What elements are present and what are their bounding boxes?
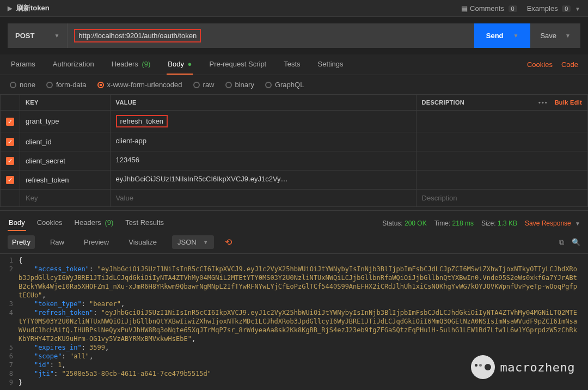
row-checkbox[interactable]: ✓ <box>6 176 14 184</box>
table-row: ✓ refresh_token eyJhbGciOiJSUzI1NiIsInR5… <box>1 170 588 190</box>
col-value: VALUE <box>110 95 416 111</box>
table-row: ✓ grant_type refresh_token <box>1 111 588 132</box>
cell-value[interactable]: refresh_token <box>110 111 416 132</box>
desc-header-label: DESCRIPTION <box>422 99 532 106</box>
request-header: ▶ 刷新token ▤ Comments 0 Examples 0 ▼ <box>0 0 588 17</box>
examples-dropdown[interactable]: Examples 0 ▼ <box>527 4 580 13</box>
cell-key[interactable]: refresh_token <box>20 170 111 190</box>
body-type-radios: none form-data x-www-form-urlencoded raw… <box>0 75 588 94</box>
resp-tab-cookies[interactable]: Cookies <box>36 215 64 231</box>
comments-label: Comments <box>470 4 504 13</box>
row-checkbox[interactable]: ✓ <box>6 138 14 146</box>
modified-dot-icon: ● <box>188 60 192 68</box>
tab-body-label: Body <box>168 60 184 68</box>
chevron-down-icon: ▼ <box>203 239 209 245</box>
cell-desc[interactable] <box>416 132 587 151</box>
tab-prerequest[interactable]: Pre-request Script <box>208 54 267 75</box>
cookies-link[interactable]: Cookies <box>527 60 553 69</box>
chevron-down-icon: ▼ <box>575 6 580 12</box>
col-key: KEY <box>20 95 111 111</box>
radio-graphql[interactable]: GraphQL <box>265 81 304 89</box>
format-select[interactable]: JSON ▼ <box>172 235 214 249</box>
size-value: 1.3 KB <box>498 220 517 227</box>
radio-icon <box>193 82 200 88</box>
desc-placeholder[interactable]: Description <box>416 190 587 207</box>
row-checkbox[interactable]: ✓ <box>6 118 14 126</box>
tab-tests[interactable]: Tests <box>283 54 301 75</box>
radio-binary[interactable]: binary <box>225 81 254 89</box>
status-value: 200 OK <box>405 220 427 227</box>
chevron-down-icon: ▼ <box>54 33 59 39</box>
bulk-edit-link[interactable]: Bulk Edit <box>555 99 582 106</box>
url-input[interactable]: http://localhost:9201/auth/oauth/token <box>68 23 474 48</box>
copy-icon[interactable]: ⧉ <box>559 238 564 247</box>
radio-urlencoded[interactable]: x-www-form-urlencoded <box>97 81 182 89</box>
method-select[interactable]: POST ▼ <box>8 23 68 48</box>
key-placeholder[interactable]: Key <box>20 190 111 207</box>
watermark-text: macrozheng <box>500 361 575 374</box>
cell-value[interactable]: eyJhbGciOiJSUzI1NiIsInR5cCI6IkpXVCJ9.eyJ… <box>110 170 416 190</box>
status-label: Status: <box>382 220 402 227</box>
method-label: POST <box>15 32 34 40</box>
viewer-toolbar: Pretty Raw Preview Visualize JSON ▼ ⟲ ⧉ … <box>0 231 588 254</box>
wechat-icon <box>471 355 495 379</box>
search-icon[interactable]: 🔍 <box>572 238 580 246</box>
examples-count: 0 <box>562 5 571 12</box>
save-button[interactable]: Save ▼ <box>530 23 580 48</box>
tab-authorization[interactable]: Authorization <box>52 54 95 75</box>
resp-tab-tests[interactable]: Test Results <box>124 215 165 231</box>
chevron-down-icon: ▼ <box>513 33 519 39</box>
radio-none[interactable]: none <box>10 81 35 89</box>
save-response-dropdown[interactable]: Save Response ▼ <box>525 220 580 227</box>
col-desc: DESCRIPTION ••• Bulk Edit <box>416 95 587 111</box>
comments-button[interactable]: ▤ Comments 0 <box>461 4 517 13</box>
value-placeholder[interactable]: Value <box>110 190 416 207</box>
table-empty-row[interactable]: Key Value Description <box>1 190 588 207</box>
tab-settings[interactable]: Settings <box>317 54 345 75</box>
tab-headers[interactable]: Headers (9) <box>111 54 152 75</box>
row-checkbox[interactable]: ✓ <box>6 157 14 165</box>
tab-headers-label: Headers <box>112 60 138 68</box>
cell-value[interactable]: 123456 <box>110 151 416 170</box>
cell-desc[interactable] <box>416 151 587 170</box>
radio-icon <box>225 82 232 88</box>
send-label: Send <box>486 32 504 40</box>
cell-desc[interactable] <box>416 170 587 190</box>
tab-params[interactable]: Params <box>10 54 36 75</box>
code-link[interactable]: Code <box>561 60 578 69</box>
cell-key[interactable]: client_id <box>20 132 111 151</box>
wrap-lines-icon[interactable]: ⟲ <box>225 237 232 247</box>
value-highlighted: refresh_token <box>116 115 168 127</box>
examples-label: Examples <box>527 4 558 13</box>
radio-icon <box>10 82 16 88</box>
request-title-group: ▶ 刷新token <box>8 3 50 13</box>
more-icon[interactable]: ••• <box>538 99 548 106</box>
cell-value[interactable]: client-app <box>110 132 416 151</box>
radio-icon <box>46 82 53 88</box>
cell-key[interactable]: grant_type <box>20 111 111 132</box>
response-body: 123456789 { "access_token": "eyJhbGciOiJ… <box>0 254 588 389</box>
table-row: ✓ client_secret 123456 <box>1 151 588 170</box>
time-value: 218 ms <box>452 220 474 227</box>
cell-desc[interactable] <box>416 111 587 132</box>
viewer-raw[interactable]: Raw <box>46 235 69 249</box>
resp-tab-body[interactable]: Body <box>8 215 26 231</box>
resp-tab-headers[interactable]: Headers (9) <box>74 215 115 231</box>
request-tabs: Params Authorization Headers (9) Body ● … <box>0 54 588 75</box>
size-label: Size: <box>481 220 496 227</box>
form-table: KEY VALUE DESCRIPTION ••• Bulk Edit ✓ gr… <box>0 94 588 207</box>
collapse-icon[interactable]: ▶ <box>8 5 12 12</box>
save-label: Save <box>540 32 556 40</box>
send-button[interactable]: Send ▼ <box>474 23 531 48</box>
tab-body[interactable]: Body ● <box>167 54 193 75</box>
url-bar: POST ▼ http://localhost:9201/auth/oauth/… <box>0 17 588 54</box>
radio-raw[interactable]: raw <box>193 81 215 89</box>
comments-icon: ▤ <box>461 4 468 13</box>
radio-formdata[interactable]: form-data <box>46 81 87 89</box>
viewer-visualize[interactable]: Visualize <box>124 235 161 249</box>
radio-icon <box>265 82 272 88</box>
viewer-pretty[interactable]: Pretty <box>8 235 35 249</box>
viewer-preview[interactable]: Preview <box>79 235 113 249</box>
cell-key[interactable]: client_secret <box>20 151 111 170</box>
comments-count: 0 <box>509 5 517 12</box>
